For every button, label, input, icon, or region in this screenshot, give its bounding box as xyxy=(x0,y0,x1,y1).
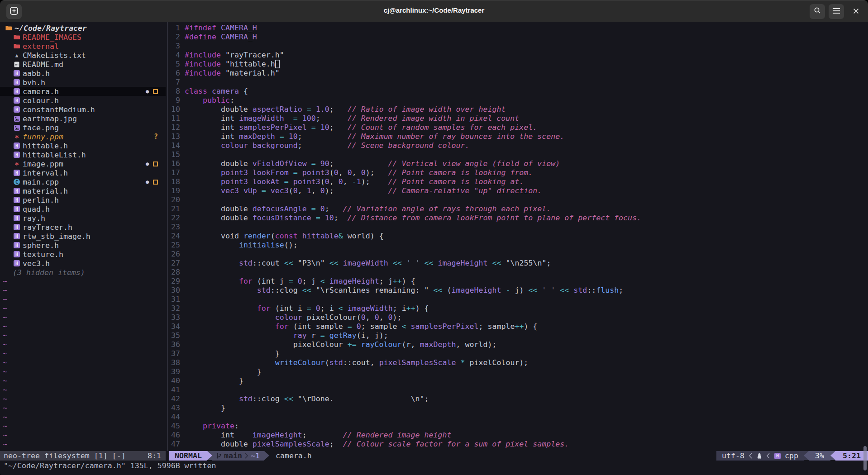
code-line-32[interactable]: 32 for (int i = 0; i < imageWidth; i++) … xyxy=(171,304,429,313)
code-line-16[interactable]: 16 double vFieldOfView = 90; // Vertical… xyxy=(171,159,560,168)
code-line-13[interactable]: 13 int maxDepth = 10; // Maximum number … xyxy=(171,132,564,141)
code-line-38[interactable]: 38 writeColour(std::cout, pixelSamplesSc… xyxy=(171,358,528,367)
terminal-window: cj@archlinux:~/Code/Raytracer ~/Code/Ray… xyxy=(0,0,868,475)
tree-item-CodeRaytracer[interactable]: ~/Code/Raytracer xyxy=(0,24,166,33)
code-line-33[interactable]: 33 colour pixelColour(0, 0, 0); xyxy=(171,313,402,322)
git-branch-name: main xyxy=(224,451,242,461)
tree-item-label: README.md xyxy=(23,60,63,69)
code-line-10[interactable]: 10 double aspectRatio = 1.0; // Ratio of… xyxy=(171,105,506,114)
window-title: cj@archlinux:~/Code/Raytracer xyxy=(0,6,868,14)
tree-item-bvh.h[interactable]: Hbvh.h xyxy=(0,78,166,87)
line-number: 19 xyxy=(171,186,180,195)
code-line-12[interactable]: 12 int samplesPerPixel = 10; // Count of… xyxy=(171,123,537,132)
tree-item-funny.ppm[interactable]: *funny.ppm? xyxy=(0,132,166,141)
line-number: 41 xyxy=(171,385,180,394)
code-line-21[interactable]: 21 double defocusAngle = 0; // Variation… xyxy=(171,204,551,214)
code-line-19[interactable]: 19 vec3 vUp = vec3(0, 1, 0); // Camera-r… xyxy=(171,186,542,195)
code-line-3[interactable]: 3 xyxy=(171,42,185,51)
code-line-35[interactable]: 35 ray r = getRay(i, j); xyxy=(171,331,388,340)
code-line-24[interactable]: 24 void render(const hittable& world) { xyxy=(171,232,384,241)
code-line-2[interactable]: 2#define CAMERA_H xyxy=(171,33,257,42)
tree-item-earthmap.jpg[interactable]: earthmap.jpg xyxy=(0,114,166,123)
linux-tux-icon xyxy=(757,453,762,459)
tree-item-label: bvh.h xyxy=(23,78,45,87)
tree-item-hittable.h[interactable]: Hhittable.h xyxy=(0,141,166,150)
code-line-36[interactable]: 36 pixelColour += rayColour(r, maxDepth,… xyxy=(171,340,496,349)
code-line-29[interactable]: 29 for (int j = 0; j < imageHeight; j++)… xyxy=(171,277,415,286)
git-branch-segment: main ~1 xyxy=(212,451,264,461)
tree-item-README.md[interactable]: README.md xyxy=(0,60,166,69)
code-line-6[interactable]: 6#include "material.h" xyxy=(171,69,280,78)
tree-item-label: face.png xyxy=(23,124,59,132)
code-line-7[interactable]: 7 xyxy=(171,78,185,87)
code-line-4[interactable]: 4#include "rayTracer.h" xyxy=(171,51,284,60)
tree-item-interval.h[interactable]: Hinterval.h xyxy=(0,168,166,177)
scrollbar-thumb[interactable] xyxy=(863,446,867,470)
code-line-44[interactable]: 44 xyxy=(171,413,185,422)
menu-button[interactable] xyxy=(829,4,844,19)
code-line-23[interactable]: 23 xyxy=(171,223,185,232)
tree-item-camera.h[interactable]: Hcamera.h● xyxy=(0,87,166,96)
code-line-9[interactable]: 9 public: xyxy=(171,96,234,105)
tree-item-colour.h[interactable]: Hcolour.h xyxy=(0,96,166,105)
tree-item-hittableList.h[interactable]: HhittableList.h xyxy=(0,150,166,159)
code-line-40[interactable]: 40 } xyxy=(171,376,243,385)
code-line-27[interactable]: 27 std::cout << "P3\n" << imageWidth << … xyxy=(171,259,551,268)
tree-item-texture.h[interactable]: Htexture.h xyxy=(0,250,166,259)
tree-item-face.png[interactable]: face.png xyxy=(0,123,166,132)
line-number: 17 xyxy=(171,168,180,177)
tree-item-label: aabb.h xyxy=(23,69,50,78)
empty-line-tilde: ~ xyxy=(3,440,12,449)
code-line-14[interactable]: 14 colour background; // Scene backgroun… xyxy=(171,141,469,150)
tree-item-README_IMAGES[interactable]: README_IMAGES xyxy=(0,33,166,42)
tree-item-ray.h[interactable]: Hray.h xyxy=(0,214,166,223)
code-line-28[interactable]: 28 xyxy=(171,268,185,277)
empty-line-tilde: ~ xyxy=(3,277,12,286)
code-line-22[interactable]: 22 double focusDistance = 10; // Distanc… xyxy=(171,214,641,223)
code-line-15[interactable]: 15 xyxy=(171,150,185,159)
code-line-41[interactable]: 41 xyxy=(171,385,185,394)
code-line-45[interactable]: 45 private: xyxy=(171,422,239,431)
tree-item-sphere.h[interactable]: Hsphere.h xyxy=(0,241,166,250)
tree-item-rtw_stb_image.h[interactable]: Hrtw_stb_image.h xyxy=(0,232,166,241)
code-line-34[interactable]: 34 for (int sample = 0; sample < samples… xyxy=(171,322,537,331)
code-line-11[interactable]: 11 int imageWidth = 100; // Rendered ima… xyxy=(171,114,519,123)
git-branch-icon xyxy=(216,452,222,459)
folder-open-icon xyxy=(5,25,13,31)
cpp-header-file-icon: H xyxy=(13,251,21,257)
code-line-20[interactable]: 20 xyxy=(171,195,185,204)
code-line-42[interactable]: 42 std::clog << "\rDone. \n"; xyxy=(171,394,429,404)
code-line-43[interactable]: 43 } xyxy=(171,404,225,413)
tree-item-rayTracer.h[interactable]: HrayTracer.h xyxy=(0,223,166,232)
code-line-26[interactable]: 26 xyxy=(171,250,185,259)
line-number: 2 xyxy=(171,33,180,42)
tree-item-external[interactable]: external xyxy=(0,42,166,51)
tree-item-quad.h[interactable]: Hquad.h xyxy=(0,204,166,214)
code-line-1[interactable]: 1#ifndef CAMERA_H xyxy=(171,24,257,33)
tree-item-image.ppm[interactable]: *image.ppm● xyxy=(0,159,166,168)
tree-item-main.cpp[interactable]: Cmain.cpp● xyxy=(0,177,166,186)
empty-line-tilde: ~ xyxy=(3,322,12,331)
code-line-39[interactable]: 39 } xyxy=(171,367,262,376)
close-button[interactable] xyxy=(848,4,863,19)
code-line-25[interactable]: 25 initialise(); xyxy=(171,241,298,250)
code-line-30[interactable]: 30 std::clog << "\rScanlines remaining: … xyxy=(171,286,623,295)
git-diff-count: ~1 xyxy=(251,451,260,461)
code-line-17[interactable]: 17 point3 lookFrom = point3(0, 0, 0); //… xyxy=(171,168,533,177)
code-line-18[interactable]: 18 point3 lookAt = point3(0, 0, -1); // … xyxy=(171,177,524,186)
code-line-46[interactable]: 46 int imageHeight; // Rendered image he… xyxy=(171,431,451,440)
code-line-37[interactable]: 37 } xyxy=(171,349,280,358)
code-line-5[interactable]: 5#include "hittable.h" xyxy=(171,60,280,69)
filetype-label: cpp xyxy=(785,451,798,461)
code-line-31[interactable]: 31 xyxy=(171,295,185,304)
code-line-47[interactable]: 47 double pixelSamplesScale; // Colour s… xyxy=(171,440,569,449)
tree-item-constantMedium.h[interactable]: HconstantMedium.h xyxy=(0,105,166,114)
tree-item-perlin.h[interactable]: Hperlin.h xyxy=(0,195,166,204)
search-button[interactable] xyxy=(810,4,825,19)
line-number: 30 xyxy=(171,286,180,295)
tree-item-material.h[interactable]: Hmaterial.h xyxy=(0,186,166,195)
tree-item-vec3.h[interactable]: Hvec3.h xyxy=(0,259,166,268)
code-line-8[interactable]: 8class camera { xyxy=(171,87,248,96)
tree-item-aabb.h[interactable]: Haabb.h xyxy=(0,69,166,78)
tree-item-CMakeLists.txt[interactable]: ▲CMakeLists.txt xyxy=(0,51,166,60)
